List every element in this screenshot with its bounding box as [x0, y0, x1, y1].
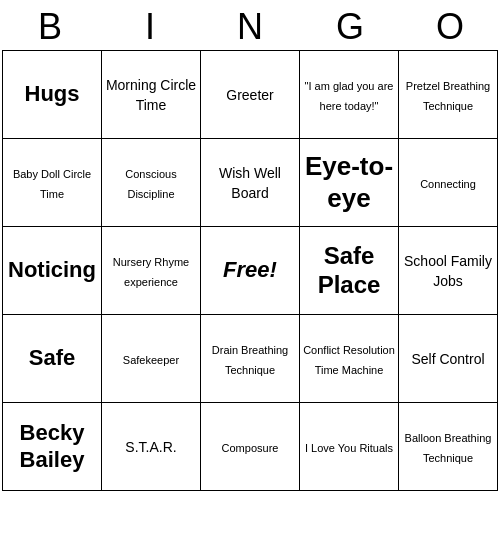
- header-letter-o: O: [405, 6, 495, 48]
- cell-1-0: Baby Doll Circle Time: [3, 139, 102, 227]
- header-letter-i: I: [105, 6, 195, 48]
- cell-3-2: Drain Breathing Technique: [201, 315, 300, 403]
- cell-2-0: Noticing: [3, 227, 102, 315]
- table-row: Baby Doll Circle Time Conscious Discipli…: [3, 139, 498, 227]
- header-letter-g: G: [305, 6, 395, 48]
- cell-3-1: Safekeeper: [102, 315, 201, 403]
- cell-2-3: Safe Place: [300, 227, 399, 315]
- cell-4-2: Composure: [201, 403, 300, 491]
- cell-3-3: Conflict Resolution Time Machine: [300, 315, 399, 403]
- table-row: Hugs Morning Circle Time Greeter "I am g…: [3, 51, 498, 139]
- bingo-header: B I N G O: [0, 0, 500, 50]
- cell-1-4: Connecting: [399, 139, 498, 227]
- header-letter-n: N: [205, 6, 295, 48]
- cell-0-4: Pretzel Breathing Technique: [399, 51, 498, 139]
- cell-2-1: Nursery Rhyme experience: [102, 227, 201, 315]
- table-row: Safe Safekeeper Drain Breathing Techniqu…: [3, 315, 498, 403]
- bingo-grid: Hugs Morning Circle Time Greeter "I am g…: [2, 50, 498, 491]
- cell-3-4: Self Control: [399, 315, 498, 403]
- table-row: Noticing Nursery Rhyme experience Free! …: [3, 227, 498, 315]
- cell-2-2: Free!: [201, 227, 300, 315]
- cell-4-0: Becky Bailey: [3, 403, 102, 491]
- cell-3-0: Safe: [3, 315, 102, 403]
- cell-4-3: I Love You Rituals: [300, 403, 399, 491]
- cell-1-3: Eye-to-eye: [300, 139, 399, 227]
- cell-4-1: S.T.A.R.: [102, 403, 201, 491]
- cell-0-2: Greeter: [201, 51, 300, 139]
- cell-0-3: "I am glad you are here today!": [300, 51, 399, 139]
- cell-0-1: Morning Circle Time: [102, 51, 201, 139]
- cell-4-4: Balloon Breathing Technique: [399, 403, 498, 491]
- cell-1-1: Conscious Discipline: [102, 139, 201, 227]
- cell-0-0: Hugs: [3, 51, 102, 139]
- header-letter-b: B: [5, 6, 95, 48]
- cell-1-2: Wish Well Board: [201, 139, 300, 227]
- table-row: Becky Bailey S.T.A.R. Composure I Love Y…: [3, 403, 498, 491]
- cell-2-4: School Family Jobs: [399, 227, 498, 315]
